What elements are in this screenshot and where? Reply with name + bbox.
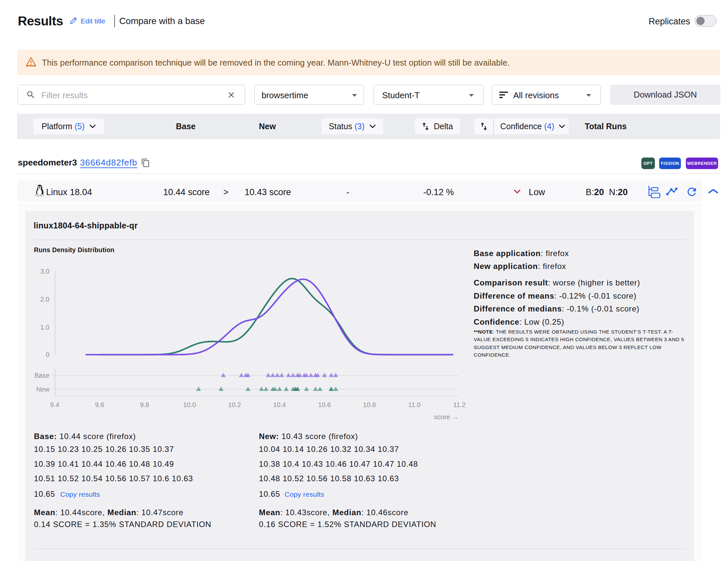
svg-text:10.6: 10.6 [318,401,331,408]
svg-text:3.0: 3.0 [40,267,49,275]
svg-text:10.0: 10.0 [183,401,196,408]
svg-text:score →: score → [434,413,459,421]
svg-text:10.2: 10.2 [228,401,241,408]
svg-text:Base: Base [34,372,49,379]
svg-text:9.6: 9.6 [95,401,104,408]
svg-text:9.4: 9.4 [50,401,59,408]
svg-text:New: New [36,386,50,393]
svg-text:11.2: 11.2 [453,401,465,408]
svg-text:10.8: 10.8 [363,401,376,408]
svg-text:0: 0 [46,351,49,358]
svg-text:9.8: 9.8 [140,401,149,408]
svg-text:11.0: 11.0 [408,401,420,408]
svg-text:2.0: 2.0 [40,296,49,303]
svg-text:10.4: 10.4 [273,401,286,408]
svg-text:1.0: 1.0 [40,324,49,331]
